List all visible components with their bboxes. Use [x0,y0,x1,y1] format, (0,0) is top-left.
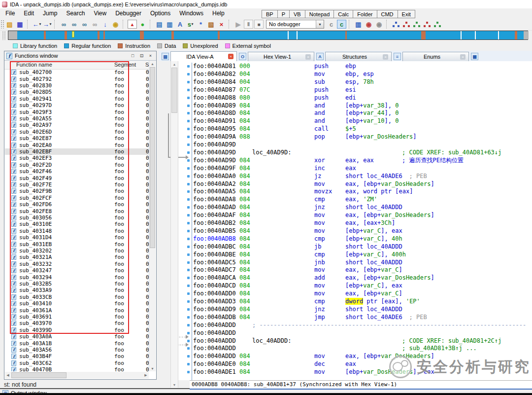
ida-view-icon[interactable]: ▤ [162,53,169,60]
functions-close-button[interactable]: × [147,52,154,59]
highlight-icon[interactable]: ◉ [111,20,120,29]
find-text-icon[interactable]: ∞ [69,20,79,29]
plugin-icon[interactable]: * [196,20,205,29]
column-function-name[interactable]: Function name [16,62,52,68]
menu-help[interactable]: Help [208,9,229,18]
asm-line[interactable]: foo:0040ADA5084movzxeax, word ptr [eax] [193,188,532,196]
function-row[interactable]: fsub_402E87foo00 [5,135,149,142]
rename-icon[interactable]: A [175,20,185,29]
start-process-icon[interactable]: ▶ [233,20,243,29]
struct-add-icon[interactable]: ▥ [165,20,174,29]
asm-line[interactable]: foo:0040ADCD084mov[ebp+var_C], eax [193,282,532,290]
tab-ida-view-a[interactable]: IDA View-A× [170,51,237,61]
asm-line[interactable]: foo:0040ADDD; --------------------------… [193,322,532,329]
hex-view-icon[interactable]: O [239,53,246,60]
asm-line[interactable]: foo:0040AD9A088pop[ebp+var_DosHeaders] [193,133,532,141]
functions-dock-button[interactable]: ⊡ [138,52,145,59]
function-row[interactable]: fsub_4032B5foo00 [5,281,149,287]
jump-address-icon[interactable]: ↓ [100,20,110,29]
scroll-right-icon[interactable]: ▶ [143,372,149,379]
asm-line[interactable]: foo:0040ADDDloc_40ADDD:; CODE XREF: sub_… [193,337,532,345]
menu-search[interactable]: Search [62,9,89,18]
function-row[interactable]: fsub_40399Dfoo00 [5,327,149,333]
function-row[interactable]: fsub_402EF3foo00 [5,155,149,161]
function-row[interactable]: fsub_40297Dfoo00 [5,102,149,108]
scroll-up-icon[interactable]: ▲ [171,61,178,67]
nav-back-icon[interactable]: ←▾ [32,20,41,29]
asm-line[interactable]: foo:0040ADA2084moveax, [ebp+var_DosHeade… [193,180,532,188]
navband-drag-handle[interactable] [2,31,5,40]
enums-icon[interactable]: ≡ [394,53,401,60]
function-row[interactable]: fsub_402F2Dfoo00 [5,162,149,168]
edit-marks-icon[interactable]: ▧ [206,20,216,29]
function-row[interactable]: fsub_403970foo00 [5,320,149,326]
asm-line[interactable]: foo:0040ADDB084jmpshort loc_40ADE6; PEB [193,314,532,322]
function-row[interactable]: fsub_4029F3foo00 [5,108,149,115]
chevron-down-icon[interactable]: ▼ [316,20,324,28]
asm-line[interactable]: foo:0040ADDD; sub_40AD81+3B↑j ... [193,345,532,353]
function-row[interactable]: fsub_40310Efoo00 [5,221,149,227]
function-row[interactable]: fsub_402FCFfoo00 [5,195,149,201]
scroll-up-icon[interactable]: ▲ [149,61,156,67]
asm-line[interactable]: foo:0040ADDD [193,329,532,337]
scroll-down-icon[interactable]: ▼ [149,365,156,371]
asm-line[interactable]: foo:0040ADD9084jnzshort loc_40ADDD [193,306,532,314]
new-view-icon[interactable]: ▦ [471,53,478,60]
asm-line[interactable]: foo:0040ADB2084moveax, [eax+3Ch] [193,219,532,227]
function-row[interactable]: fsub_40470Bfoo00 [5,366,149,371]
scroll-down-icon[interactable]: ▼ [171,382,178,388]
asm-line[interactable]: foo:0040ADE1084mov[ebp+var_DosHeaders], … [193,368,532,376]
asm-line[interactable]: foo:0040ADC5084jnbshort loc_40ADDD [193,259,532,267]
function-row[interactable]: fsub_4031EBfoo00 [5,241,149,247]
asm-line[interactable]: foo:0040AD89084and[ebp+var_38], 0 [193,102,532,110]
detach-process-icon[interactable]: ◉ [374,20,384,29]
script-add-icon[interactable]: s▾ [186,20,195,29]
function-row[interactable]: fsub_402941foo00 [5,96,149,102]
pause-process-icon[interactable]: ‖ [244,20,253,29]
function-row[interactable]: fsub_403C62foo00 [5,360,149,366]
asm-line[interactable]: foo:0040ADAF084moveax, [ebp+var_DosHeade… [193,212,532,219]
scroll-left-icon[interactable]: ◀ [5,372,11,379]
menu-view[interactable]: View [89,9,111,18]
asm-line[interactable]: foo:0040ADBC084jbshort loc_40ADDD [193,243,532,251]
function-row[interactable]: fsub_403A1Bfoo00 [5,340,149,346]
asm-line[interactable]: foo:0040ADDD084moveax, [ebp+var_DosHeade… [193,353,532,360]
quick-button-calc[interactable]: Calc [333,10,353,18]
asm-line[interactable]: foo:0040AD82004movebp, esp [193,71,532,78]
tab-structures[interactable]: Structures× [325,52,392,61]
menu-options[interactable]: Options [146,9,175,18]
menu-windows[interactable]: Windows [175,9,208,18]
column-segment[interactable]: Segment [114,62,136,68]
debugger-combobox[interactable]: No debugger▼ [266,20,324,29]
quick-button-folder[interactable]: Folder [353,10,377,18]
menu-jump[interactable]: Jump [38,9,62,18]
function-row[interactable]: fsub_402FE8foo00 [5,208,149,214]
function-row[interactable]: fsub_403247foo00 [5,267,149,274]
asm-line[interactable]: foo:0040AD95084call$+5 [193,125,532,133]
functions-column-headers[interactable]: Function name Segment S [4,61,149,70]
tab-close-icon[interactable]: × [305,54,311,60]
asm-line[interactable]: foo:0040ADD3084cmpdword ptr [eax], 'EP' [193,298,532,306]
structures-icon[interactable]: A [316,53,324,60]
tab-close-icon[interactable]: × [383,54,388,60]
quick-button-p[interactable]: P [277,10,290,18]
asm-line[interactable]: foo:0040AD91084and[ebp+var_10], 0 [193,117,532,125]
navigation-band[interactable] [8,31,528,40]
asm-line[interactable]: foo:0040ADB5084mov[ebp+var_C], eax [193,227,532,235]
tab-hex-view-1[interactable]: Hex View-1× [248,52,314,61]
functions-vertical-scrollbar[interactable]: ▲ ▼ [149,61,156,371]
asm-line[interactable]: foo:0040ADBE084cmp[ebp+var_C], 400h [193,251,532,259]
scrollbar-thumb[interactable] [171,68,177,113]
calc-add-icon[interactable]: ▤ [155,20,164,29]
function-row[interactable]: fsub_403056foo00 [5,215,149,221]
function-row[interactable]: fsub_4033A9foo00 [5,287,149,293]
find-next-icon[interactable]: ∞ [90,20,100,29]
graph-flow-chart-icon[interactable] [391,20,400,29]
stop-process-icon[interactable]: ■ [254,20,264,29]
asm-line[interactable]: foo:0040ADAD084jnzshort loc_40ADDD [193,204,532,212]
function-row[interactable]: fsub_403A56foo00 [5,347,149,353]
quick-button-bp[interactable]: BP [262,10,278,18]
menu-debugger[interactable]: Debugger [111,9,146,18]
asm-line[interactable]: foo:0040ADA8084cmpeax, 'ZM' [193,196,532,204]
function-row[interactable]: fsub_403A0Afoo00 [5,333,149,340]
